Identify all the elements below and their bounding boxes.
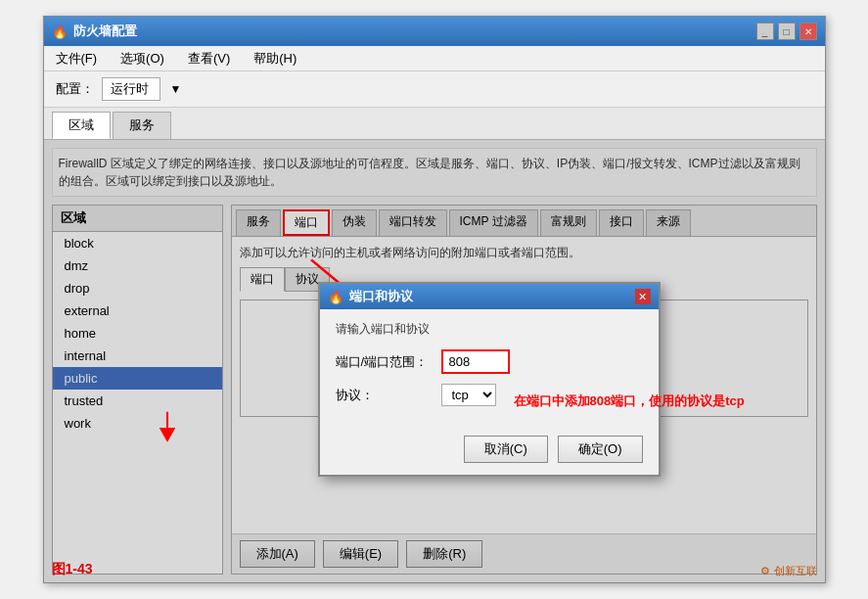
modal-overlay: 🔥 端口和协议 ✕ 请输入端口和协议 端口/端口范围： 协议： tcp [44,140,825,582]
port-input[interactable] [441,349,510,374]
modal-dialog: 🔥 端口和协议 ✕ 请输入端口和协议 端口/端口范围： 协议： tcp [318,282,661,477]
modal-description: 请输入端口和协议 [336,321,643,338]
modal-port-row: 端口/端口范围： [336,349,643,374]
tab-zone[interactable]: 区域 [52,112,111,139]
close-button[interactable]: ✕ [799,23,817,40]
protocol-label: 协议： [336,387,434,404]
config-dropdown-icon[interactable]: ▼ [170,82,182,96]
modal-title: 🔥 端口和协议 [328,288,413,305]
menu-file[interactable]: 文件(F) [52,48,102,69]
modal-protocol-row: 协议： tcp udp [336,384,643,406]
modal-close-button[interactable]: ✕ [635,289,651,304]
port-range-label: 端口/端口范围： [336,353,434,371]
protocol-select[interactable]: tcp udp [441,384,496,406]
modal-ok-button[interactable]: 确定(O) [558,436,643,463]
menubar: 文件(F) 选项(O) 查看(V) 帮助(H) [44,46,825,71]
modal-cancel-button[interactable]: 取消(C) [464,436,548,463]
config-label: 配置： [56,80,94,98]
menu-view[interactable]: 查看(V) [184,48,234,69]
modal-buttons: 取消(C) 确定(O) [320,428,659,475]
titlebar-icon: 🔥 [52,24,68,39]
minimize-button[interactable]: _ [756,23,774,40]
modal-titlebar: 🔥 端口和协议 ✕ [320,284,659,309]
modal-body: 请输入端口和协议 端口/端口范围： 协议： tcp udp [320,309,659,428]
menu-options[interactable]: 选项(O) [116,48,168,69]
content-wrapper: FirewallD 区域定义了绑定的网络连接、接口以及源地址的可信程度。区域是服… [44,140,825,582]
config-row: 配置： 运行时 ▼ [44,71,825,108]
modal-icon: 🔥 [328,290,343,304]
top-tabs: 区域 服务 [44,108,825,140]
config-value[interactable]: 运行时 [102,77,160,101]
modal-title-text: 端口和协议 [349,288,413,305]
tab-service[interactable]: 服务 [113,112,171,139]
titlebar: 🔥 防火墙配置 _ □ ✕ [44,17,825,46]
window-title: 防火墙配置 [73,23,137,40]
menu-help[interactable]: 帮助(H) [250,48,300,69]
maximize-button[interactable]: □ [778,23,796,40]
